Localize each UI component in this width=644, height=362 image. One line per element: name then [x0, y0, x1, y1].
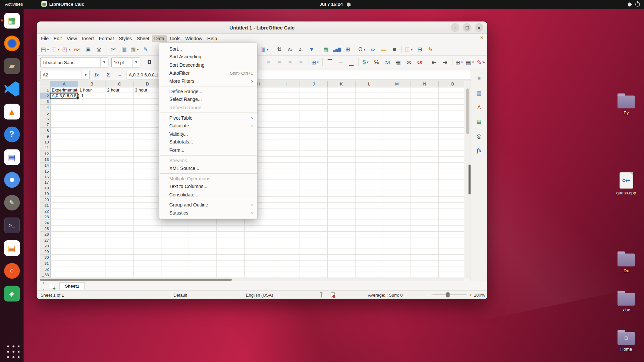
cell-N19[interactable] — [411, 191, 439, 197]
cell-O8[interactable] — [439, 128, 464, 133]
cell-C3[interactable] — [106, 99, 134, 105]
cell-N31[interactable] — [411, 260, 439, 266]
select-all-corner[interactable] — [40, 81, 51, 87]
sort-button[interactable]: ⇅ — [274, 44, 284, 54]
menu-format[interactable]: Format — [96, 35, 116, 42]
delete-decimal-place-button[interactable]: 0.0 — [415, 57, 425, 67]
cell-M21[interactable] — [383, 203, 411, 208]
cell-O14[interactable] — [439, 162, 464, 168]
desktop-icon-home[interactable]: Home — [611, 329, 641, 352]
cell-E33[interactable] — [161, 272, 189, 278]
cell-K21[interactable] — [328, 203, 356, 208]
row-header-16[interactable]: 16 — [40, 174, 51, 180]
cell-N15[interactable] — [411, 168, 439, 174]
cell-A30[interactable] — [51, 255, 78, 260]
cell-L22[interactable] — [356, 208, 383, 214]
activities-button[interactable]: Activities — [5, 2, 23, 7]
export-as-pdf-button[interactable]: PDF — [72, 44, 83, 54]
cell-D29[interactable] — [134, 249, 162, 255]
cell-J33[interactable] — [300, 272, 328, 278]
cell-O32[interactable] — [439, 266, 464, 272]
cell-M2[interactable] — [383, 93, 411, 99]
desktop-icon-guess-cpp[interactable]: C++guess.cpp — [611, 172, 641, 195]
cell-N17[interactable] — [411, 180, 439, 185]
close-document-button[interactable]: ✕ — [480, 35, 484, 41]
cell-L1[interactable] — [356, 87, 383, 93]
select-function-button[interactable]: Σ — [103, 70, 113, 79]
column-header-N[interactable]: N — [411, 81, 439, 87]
cell-J8[interactable] — [300, 128, 328, 133]
cell-J2[interactable] — [300, 93, 328, 99]
cell-A4[interactable] — [51, 105, 78, 110]
cell-J23[interactable] — [300, 215, 328, 220]
dropdown-arrow-icon[interactable]: ▼ — [410, 47, 413, 51]
freeze-rows-and-columns-button[interactable]: ◫▼ — [404, 44, 414, 54]
cell-K23[interactable] — [328, 215, 356, 220]
cell-N12[interactable] — [411, 151, 439, 157]
vertical-scrollbar-thumb[interactable] — [466, 88, 469, 134]
cell-B11[interactable] — [78, 145, 106, 151]
dropdown-arrow-icon[interactable]: ▼ — [363, 47, 366, 51]
cell-N16[interactable] — [411, 174, 439, 180]
cell-N2[interactable] — [411, 93, 439, 99]
insert-comment-button[interactable]: ▬ — [379, 44, 389, 54]
menu-data[interactable]: Data — [152, 35, 167, 42]
open-file-button[interactable]: ◱▼ — [51, 44, 61, 54]
cell-C14[interactable] — [106, 162, 134, 168]
insert-pivot-table-button[interactable]: ⊞ — [343, 44, 353, 54]
cell-H30[interactable] — [245, 255, 272, 260]
cell-L23[interactable] — [356, 215, 383, 220]
cell-O33[interactable] — [439, 272, 464, 278]
cell-J7[interactable] — [300, 122, 328, 128]
menuitem-subtotals[interactable]: Subtotals... — [159, 138, 257, 146]
cell-D17[interactable] — [134, 180, 162, 185]
cell-D27[interactable] — [134, 237, 162, 243]
cell-D1[interactable]: 3 hour — [134, 87, 162, 93]
cell-D24[interactable] — [134, 220, 162, 226]
close-button[interactable]: × — [475, 23, 483, 32]
cell-O18[interactable] — [439, 185, 464, 191]
print-button[interactable]: ▣ — [83, 44, 93, 54]
cell-O6[interactable] — [439, 116, 464, 122]
cell-O9[interactable] — [439, 133, 464, 139]
insert-special-character-button[interactable]: Ω▼ — [357, 44, 367, 54]
cell-K19[interactable] — [328, 191, 356, 197]
cell-J30[interactable] — [300, 255, 328, 260]
column-header-D[interactable]: D — [134, 81, 162, 87]
autofilter-button[interactable]: ▼ — [307, 44, 317, 54]
cell-M20[interactable] — [383, 197, 411, 203]
row-header-24[interactable]: 24 — [40, 220, 51, 226]
cell-L9[interactable] — [356, 133, 383, 139]
row-header-8[interactable]: 8 — [40, 128, 51, 133]
cell-C28[interactable] — [106, 243, 134, 249]
cell-B15[interactable] — [78, 168, 106, 174]
row-header-1[interactable]: 1 — [40, 87, 51, 93]
cell-I30[interactable] — [272, 255, 300, 260]
cell-L5[interactable] — [356, 110, 383, 116]
cell-K16[interactable] — [328, 174, 356, 180]
cell-C24[interactable] — [106, 220, 134, 226]
column-header-J[interactable]: J — [300, 81, 328, 87]
cell-O3[interactable] — [439, 99, 464, 105]
format-as-number-button[interactable]: 7.4 — [382, 57, 392, 67]
dropdown-arrow-icon[interactable]: ▼ — [136, 47, 139, 51]
cell-O13[interactable] — [439, 157, 464, 162]
cell-J6[interactable] — [300, 116, 328, 122]
cell-O19[interactable] — [439, 191, 464, 197]
cell-D3[interactable] — [134, 99, 162, 105]
cell-B1[interactable]: 1 hour — [78, 87, 106, 93]
cell-B12[interactable] — [78, 151, 106, 157]
new-document-button[interactable]: ▤▼ — [40, 44, 50, 54]
cell-I2[interactable] — [272, 93, 300, 99]
cell-C15[interactable] — [106, 168, 134, 174]
cell-F33[interactable] — [189, 272, 217, 278]
cell-C32[interactable] — [106, 266, 134, 272]
cell-N18[interactable] — [411, 185, 439, 191]
menuitem-text-to-columns[interactable]: Text to Columns... — [159, 183, 257, 191]
cell-M10[interactable] — [383, 139, 411, 145]
cell-J21[interactable] — [300, 203, 328, 208]
cell-L20[interactable] — [356, 197, 383, 203]
cell-D26[interactable] — [134, 232, 162, 237]
cell-I8[interactable] — [272, 128, 300, 133]
cell-K10[interactable] — [328, 139, 356, 145]
